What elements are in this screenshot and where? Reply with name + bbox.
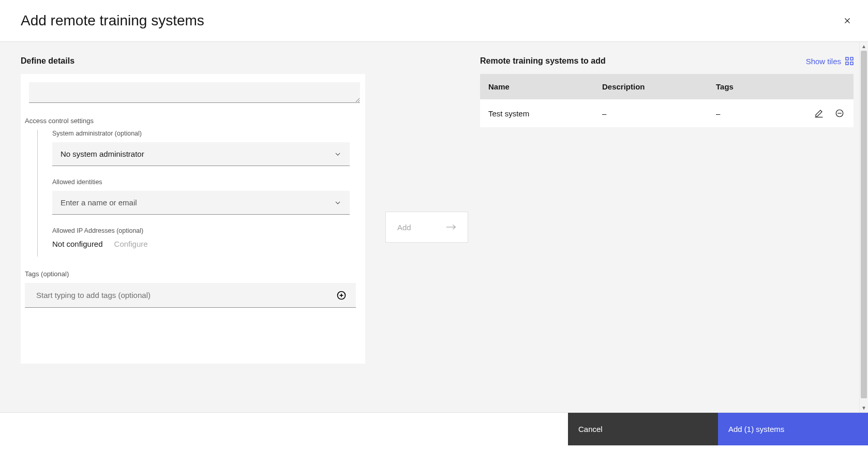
svg-rect-7 [846, 62, 848, 65]
identities-label: Allowed identities [52, 178, 357, 186]
cancel-button[interactable]: Cancel [568, 413, 718, 445]
modal-header: Add remote training systems [0, 0, 868, 42]
edit-row-button[interactable] [813, 108, 825, 119]
col-actions [794, 82, 845, 91]
systems-table: Name Description Tags Test system – – [480, 74, 854, 127]
cell-description: – [602, 109, 716, 118]
svg-rect-6 [850, 57, 853, 60]
define-details-panel: Define details Access control settings S… [0, 42, 378, 412]
chevron-down-icon [334, 151, 341, 158]
sys-admin-label: System administrator (optional) [52, 130, 357, 137]
tags-label: Tags (optional) [25, 270, 357, 278]
access-control-subsection: System administrator (optional) No syste… [37, 130, 357, 257]
modal-footer: Cancel Add (1) systems [0, 412, 868, 445]
define-details-scroll[interactable]: Access control settings System administr… [21, 74, 365, 364]
show-tiles-toggle[interactable]: Show tiles [806, 57, 854, 66]
col-name: Name [488, 82, 602, 91]
close-button[interactable] [839, 12, 856, 29]
minus-circle-icon [835, 109, 844, 118]
table-row: Test system – – [480, 99, 854, 127]
modal-root: Add remote training systems Define detai… [0, 0, 868, 449]
ip-status-row: Not configured Configure [52, 240, 357, 248]
add-tag-button[interactable] [334, 288, 349, 303]
modal-body: Define details Access control settings S… [0, 42, 868, 412]
remove-row-button[interactable] [834, 108, 845, 119]
scroll-down-arrow-icon: ▼ [860, 403, 868, 412]
show-tiles-label: Show tiles [806, 57, 841, 66]
ip-label: Allowed IP Addresses (optional) [52, 227, 357, 234]
ip-configure-link[interactable]: Configure [114, 240, 148, 248]
center-column: Add [378, 42, 476, 412]
description-textarea[interactable] [29, 82, 360, 103]
tags-input[interactable] [35, 290, 334, 300]
svg-rect-8 [850, 62, 853, 65]
sys-admin-dropdown[interactable]: No system administrator [52, 142, 350, 166]
arrow-right-icon [446, 224, 456, 230]
add-systems-button[interactable]: Add (1) systems [718, 413, 868, 445]
systems-to-add-panel: Remote training systems to add Show tile… [476, 42, 868, 412]
identities-placeholder: Enter a name or email [61, 198, 137, 207]
col-tags: Tags [716, 82, 794, 91]
ip-status-text: Not configured [52, 240, 103, 248]
chevron-down-icon [334, 199, 341, 206]
cell-tags: – [716, 109, 794, 118]
cell-actions [794, 108, 845, 119]
systems-table-head: Name Description Tags [480, 74, 854, 99]
svg-marker-0 [845, 18, 850, 23]
access-control-label: Access control settings [25, 117, 357, 125]
outer-scrollbar[interactable]: ▲ ▼ [859, 42, 868, 412]
col-description: Description [602, 82, 716, 91]
add-to-list-button[interactable]: Add [385, 212, 468, 243]
cell-name: Test system [488, 109, 602, 118]
systems-panel-header: Remote training systems to add Show tile… [480, 56, 854, 66]
add-to-list-label: Add [397, 223, 411, 232]
close-icon [842, 16, 852, 26]
scroll-thumb[interactable] [861, 51, 867, 398]
plus-circle-icon [336, 290, 347, 301]
grid-icon [845, 57, 854, 65]
tags-input-wrapper [25, 283, 356, 308]
edit-icon [814, 109, 824, 118]
systems-panel-heading: Remote training systems to add [480, 56, 606, 66]
modal-title: Add remote training systems [21, 12, 204, 29]
scroll-up-arrow-icon: ▲ [860, 42, 868, 51]
identities-dropdown[interactable]: Enter a name or email [52, 191, 350, 215]
define-details-heading: Define details [21, 56, 365, 66]
svg-rect-5 [846, 57, 848, 60]
sys-admin-value: No system administrator [61, 149, 144, 158]
